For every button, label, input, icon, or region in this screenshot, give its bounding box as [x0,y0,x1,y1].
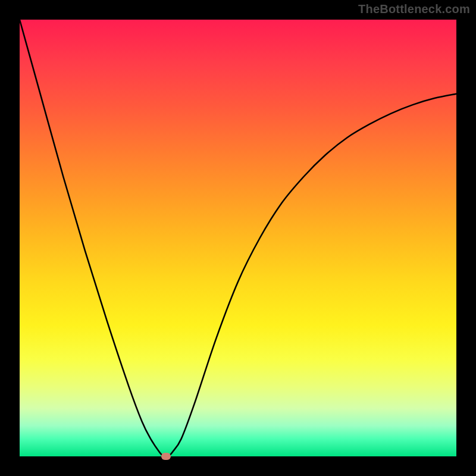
watermark-text: TheBottleneck.com [358,2,470,16]
chart-frame: TheBottleneck.com [0,0,476,476]
bottleneck-curve [20,20,456,456]
optimal-point-marker [161,453,171,460]
plot-area [20,20,456,456]
